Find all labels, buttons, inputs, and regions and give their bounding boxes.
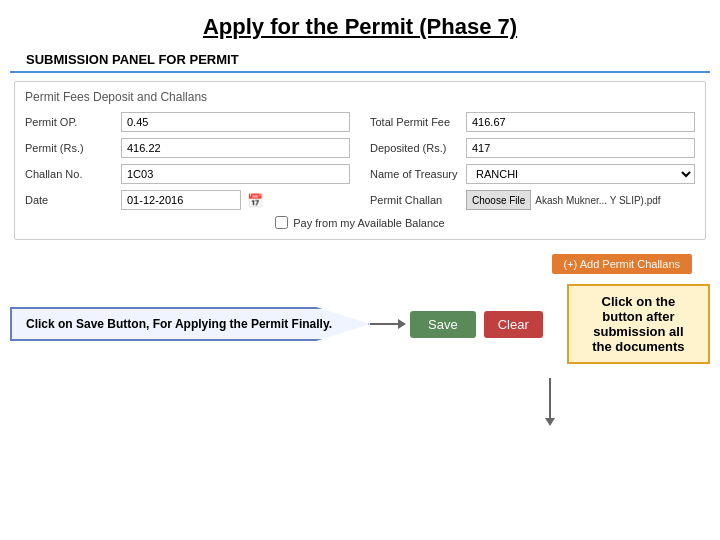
file-input-area: Choose File Akash Mukner... Y SLIP).pdf	[466, 190, 695, 210]
vertical-arrow-indicator	[545, 378, 555, 426]
name-of-treasury-select[interactable]: RANCHI	[466, 164, 695, 184]
deposited-rs-row: Deposited (Rs.)	[370, 138, 695, 158]
calendar-icon[interactable]: 📅	[247, 193, 263, 208]
name-of-treasury-row: Name of Treasury RANCHI	[370, 164, 695, 184]
date-label: Date	[25, 194, 115, 206]
challan-no-row: Challan No.	[25, 164, 350, 184]
date-row: Date 📅	[25, 190, 350, 210]
permit-rs-input[interactable]	[121, 138, 350, 158]
checkbox-row: Pay from my Available Balance	[25, 216, 695, 229]
instruction-arrow-box: Click on Save Button, For Applying the P…	[10, 307, 370, 341]
total-permit-fee-label: Total Permit Fee	[370, 116, 460, 128]
file-name: Akash Mukner... Y SLIP).pdf	[535, 195, 660, 206]
add-challans-container: (+) Add Permit Challans	[14, 248, 706, 280]
deposited-rs-label: Deposited (Rs.)	[370, 142, 460, 154]
page-title: Apply for the Permit (Phase 7)	[0, 0, 720, 48]
name-of-treasury-label: Name of Treasury	[370, 168, 460, 180]
pay-balance-label: Pay from my Available Balance	[293, 217, 444, 229]
challan-no-label: Challan No.	[25, 168, 115, 180]
permit-rs-label: Permit (Rs.)	[25, 142, 115, 154]
permit-op-input[interactable]	[121, 112, 350, 132]
arrow-connector	[370, 323, 400, 325]
choose-file-button[interactable]: Choose File	[466, 190, 531, 210]
permit-op-label: Permit OP.	[25, 116, 115, 128]
total-permit-fee-input[interactable]	[466, 112, 695, 132]
permit-op-row: Permit OP.	[25, 112, 350, 132]
section-heading: SUBMISSION PANEL FOR PERMIT	[10, 48, 710, 73]
pay-balance-checkbox[interactable]	[275, 216, 288, 229]
action-buttons: Save Clear	[410, 311, 543, 338]
deposited-rs-input[interactable]	[466, 138, 695, 158]
bottom-section: Click on Save Button, For Applying the P…	[10, 284, 710, 364]
permit-rs-row: Permit (Rs.)	[25, 138, 350, 158]
panel-title: Permit Fees Deposit and Challans	[25, 90, 695, 104]
date-input[interactable]	[121, 190, 241, 210]
add-challans-button[interactable]: (+) Add Permit Challans	[552, 254, 692, 274]
challan-no-input[interactable]	[121, 164, 350, 184]
clear-button[interactable]: Clear	[484, 311, 543, 338]
permit-challan-row: Permit Challan Choose File Akash Mukner.…	[370, 190, 695, 210]
right-info-box: Click on the button after submission all…	[567, 284, 710, 364]
total-permit-fee-row: Total Permit Fee	[370, 112, 695, 132]
save-button[interactable]: Save	[410, 311, 476, 338]
permit-fees-panel: Permit Fees Deposit and Challans Permit …	[14, 81, 706, 240]
permit-challan-label: Permit Challan	[370, 194, 460, 206]
